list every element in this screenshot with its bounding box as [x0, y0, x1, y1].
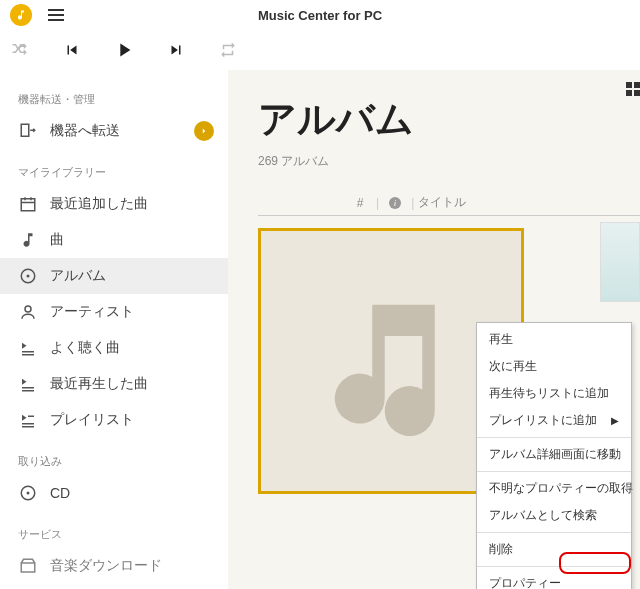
- store-icon: [18, 556, 38, 576]
- sidebar-item-transfer[interactable]: 機器へ転送: [0, 113, 228, 149]
- app-title: Music Center for PC: [258, 8, 382, 23]
- svg-rect-0: [21, 124, 29, 136]
- svg-point-6: [27, 492, 30, 495]
- sidebar-item-songs[interactable]: 曲: [0, 222, 228, 258]
- context-item-properties[interactable]: プロパティー: [477, 570, 631, 589]
- column-number[interactable]: #: [348, 196, 372, 210]
- album-icon: [18, 266, 38, 286]
- sidebar-item-label: 曲: [50, 231, 214, 249]
- play-list-icon: [18, 374, 38, 394]
- sidebar-item-label: よく聴く曲: [50, 339, 214, 357]
- calendar-icon: [18, 194, 38, 214]
- sidebar-section-library: マイライブラリー: [0, 159, 228, 186]
- page-title: アルバム: [258, 94, 640, 145]
- context-item-goto-detail[interactable]: アルバム詳細画面に移動: [477, 441, 631, 468]
- sidebar-item-download[interactable]: 音楽ダウンロード: [0, 548, 228, 584]
- sidebar-section-service: サービス: [0, 521, 228, 548]
- music-placeholder-icon: [316, 286, 466, 436]
- playlist-icon: [18, 410, 38, 430]
- play-list-icon: [18, 338, 38, 358]
- sidebar-item-label: アルバム: [50, 267, 214, 285]
- sidebar-item-recent-added[interactable]: 最近追加した曲: [0, 186, 228, 222]
- svg-point-4: [25, 306, 31, 312]
- sidebar-item-label: 最近再生した曲: [50, 375, 214, 393]
- context-menu: 再生 次に再生 再生待ちリストに追加 プレイリストに追加▶ アルバム詳細画面に移…: [476, 322, 632, 589]
- sidebar-item-cd[interactable]: CD: [0, 475, 228, 511]
- disc-icon: [18, 483, 38, 503]
- sidebar-section-device: 機器転送・管理: [0, 86, 228, 113]
- sidebar-item-label: 機器へ転送: [50, 122, 194, 140]
- context-menu-separator: [477, 566, 631, 567]
- person-icon: [18, 302, 38, 322]
- view-toggle-grid-button[interactable]: [620, 78, 640, 100]
- sidebar-item-albums[interactable]: アルバム: [0, 258, 228, 294]
- music-note-icon: [18, 230, 38, 250]
- hamburger-menu-icon[interactable]: [48, 9, 64, 21]
- sidebar-item-artists[interactable]: アーティスト: [0, 294, 228, 330]
- submenu-arrow-icon: ▶: [611, 415, 619, 426]
- sidebar-item-recent-played[interactable]: 最近再生した曲: [0, 366, 228, 402]
- context-item-delete[interactable]: 削除: [477, 536, 631, 563]
- context-menu-separator: [477, 437, 631, 438]
- sidebar-item-label: プレイリスト: [50, 411, 214, 429]
- next-button[interactable]: [162, 36, 190, 64]
- context-item-play[interactable]: 再生: [477, 326, 631, 353]
- column-info-icon[interactable]: i: [383, 197, 407, 209]
- context-menu-separator: [477, 471, 631, 472]
- sidebar-item-label: CD: [50, 485, 214, 501]
- sidebar: 機器転送・管理 機器へ転送 マイライブラリー 最近追加した曲 曲: [0, 70, 228, 589]
- context-menu-separator: [477, 532, 631, 533]
- column-title[interactable]: タイトル: [418, 194, 466, 211]
- context-item-get-props[interactable]: 不明なプロパティーの取得: [477, 475, 631, 502]
- sidebar-item-often-played[interactable]: よく聴く曲: [0, 330, 228, 366]
- svg-rect-1: [21, 199, 35, 211]
- repeat-button[interactable]: [214, 36, 242, 64]
- album-tile[interactable]: [600, 222, 640, 302]
- context-item-search-album[interactable]: アルバムとして検索: [477, 502, 631, 529]
- app-logo-icon: [10, 4, 32, 26]
- chevron-right-icon: [194, 121, 214, 141]
- context-item-play-next[interactable]: 次に再生: [477, 353, 631, 380]
- sidebar-item-label: 最近追加した曲: [50, 195, 214, 213]
- play-button[interactable]: [110, 36, 138, 64]
- sidebar-item-label: アーティスト: [50, 303, 214, 321]
- transfer-icon: [18, 121, 38, 141]
- sidebar-item-label: 音楽ダウンロード: [50, 557, 214, 575]
- context-item-add-queue[interactable]: 再生待ちリストに追加: [477, 380, 631, 407]
- previous-button[interactable]: [58, 36, 86, 64]
- shuffle-button[interactable]: [6, 36, 34, 64]
- sidebar-item-playlists[interactable]: プレイリスト: [0, 402, 228, 438]
- context-item-add-playlist[interactable]: プレイリストに追加▶: [477, 407, 631, 434]
- sidebar-section-import: 取り込み: [0, 448, 228, 475]
- album-count: 269 アルバム: [258, 153, 640, 170]
- svg-point-3: [27, 275, 30, 278]
- list-header: # | i | タイトル: [258, 194, 640, 216]
- svg-rect-7: [21, 563, 35, 572]
